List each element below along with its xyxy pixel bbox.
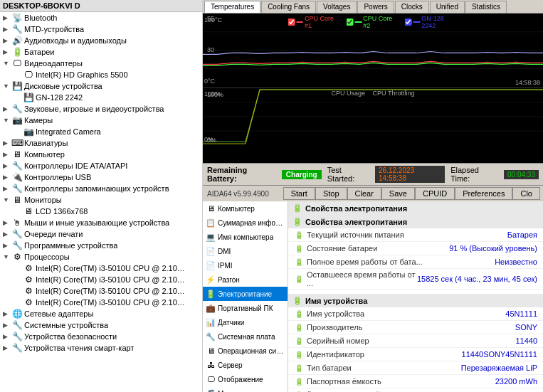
tree-item-security[interactable]: ▶🔧Устройства безопасности (0, 331, 202, 342)
tree-item-batteries[interactable]: ▶🔋Батареи (0, 46, 202, 58)
graph-tab-statistics[interactable]: Statistics (465, 1, 507, 13)
expand-icon-mtd: ▶ (3, 26, 11, 33)
aida-nav-display[interactable]: 🖵Отображение (203, 372, 288, 386)
aida-nav-icon-summary: 📋 (206, 218, 216, 228)
aida-nav-label-compname: Имя компьютера (218, 233, 273, 241)
prop-name-7: Серийный номер (307, 337, 452, 345)
aida-toolbar: AIDA64 v5.99.4900 StartStopClearSaveCPUI… (203, 185, 543, 201)
tree-item-usb[interactable]: ▶🔌Контроллеры USB (0, 171, 202, 183)
toolbar-btn-preferences[interactable]: Preferences (455, 187, 512, 200)
aida-nav-multimedia[interactable]: 🎵Мультимедиа (203, 386, 288, 392)
prop-row-10: 🔋Паспортная ёмкость23200 mWh (288, 375, 543, 388)
prop-name-6: Производитель (307, 323, 452, 332)
tree-item-lcd[interactable]: 🖥LCD 1366x768 (0, 206, 202, 217)
aida-nav-dmi[interactable]: 📄DMI (203, 244, 288, 258)
tree-item-audio[interactable]: ▶🔊Аудиовходы и аудиовыходы (0, 35, 202, 46)
aida-nav-tree: 🖥Компьютер📋Суммарная информа...💻Имя комп… (203, 201, 288, 392)
device-label-intcam: Integrated Camera (34, 127, 101, 136)
toolbar-btn-save[interactable]: Save (381, 187, 415, 200)
tree-item-sysdev[interactable]: ▶🔧Системные устройства (0, 319, 202, 331)
prop-value-8: 11440SONY45N1111 (452, 350, 537, 359)
aida-nav-label-display: Отображение (218, 376, 263, 383)
tree-item-software[interactable]: ▶🔧Программные устройства (0, 240, 202, 251)
prop-name-5: Имя устройства (307, 309, 452, 318)
tree-item-sound[interactable]: ▶🔧Звуковые, игровые и видеоустройства (0, 103, 202, 115)
aida-nav-summary[interactable]: 📋Суммарная информа... (203, 216, 288, 230)
aida-nav-motherboard[interactable]: 🔧Системная плата (203, 329, 288, 344)
graph-tab-powers[interactable]: Powers (357, 1, 394, 13)
toolbar-btn-cpuid[interactable]: CPUID (415, 187, 455, 200)
right-panel: TemperaturesCooling FansVoltagesPowersCl… (203, 0, 543, 392)
aida-nav-compname[interactable]: 💻Имя компьютера (203, 230, 288, 244)
aida-nav-icon-sensors: 📊 (206, 317, 216, 327)
tree-item-mtd[interactable]: ▶🔧MTD-устройства (0, 23, 202, 35)
tree-item-ide[interactable]: ▶🔧Контроллеры IDE ATA/ATAPI (0, 160, 202, 171)
graph-tab-unified[interactable]: Unified (430, 1, 465, 13)
device-label-usb: Контроллеры USB (23, 173, 91, 181)
tree-item-disk[interactable]: ▼💾Дисковые устройства (0, 80, 202, 92)
toolbar-btn-stop[interactable]: Stop (315, 187, 347, 200)
tree-item-mice[interactable]: ▶🖱Мыши и иные указывающие устройства (0, 217, 202, 228)
device-icon-keyboards: ⌨ (11, 138, 23, 148)
graph-tab-voltages[interactable]: Voltages (317, 1, 357, 13)
tree-item-network[interactable]: ▶🌐Сетевые адаптеры (0, 308, 202, 319)
elapsed-label: Elapsed Time: (450, 166, 498, 183)
tree-item-cpu4[interactable]: ⚙Intel(R) Core(TM) i3-5010U CPU @ 2.10GH… (0, 297, 202, 308)
graph-tab-clocks[interactable]: Clocks (395, 1, 429, 13)
prop-name-2: Полное время работы от бата... (307, 258, 452, 266)
tree-item-cpu2[interactable]: ⚙Intel(R) Core(TM) i3-5010U CPU @ 2.10GH… (0, 274, 202, 285)
expand-icon-audio: ▶ (3, 37, 11, 44)
toolbar-btn-clo[interactable]: Clo (512, 187, 540, 200)
device-label-keyboards: Клавиатуры (23, 139, 68, 147)
prop-device-section: 🔋Имя устройства (288, 294, 543, 307)
tree-item-cpu1[interactable]: ⚙Intel(R) Core(TM) i3-5010U CPU @ 2.10GH… (0, 263, 202, 274)
device-icon-bluetooth: 📡 (11, 13, 23, 23)
prop-row-7: 🔋Серийный номер11440 (288, 334, 543, 348)
cpu-usage-graph: CPU Usage CPU Throttling 100% 0% 100% 0% (203, 88, 543, 145)
prop-icon-1: 🔋 (294, 243, 304, 253)
prop-row-6: 🔋ПроизводительSONY (288, 321, 543, 334)
aida-nav-overclock[interactable]: ⚡Разгон (203, 272, 288, 287)
tree-item-intel-hd[interactable]: 🖵Intel(R) HD Graphics 5500 (0, 69, 202, 80)
device-label-smartcard: Устройства чтения смарт-карт (23, 344, 134, 352)
device-label-cpu3: Intel(R) Core(TM) i3-5010U CPU @ 2.10GHz (34, 287, 191, 295)
device-icon-usb: 🔌 (11, 172, 23, 182)
prop-row-0: 🔋Текущий источник питанияБатарея (288, 228, 543, 242)
aida-nav-icon-multimedia: 🎵 (206, 388, 216, 392)
tree-item-bluetooth[interactable]: ▶📡Bluetooth (0, 12, 202, 23)
aida-nav-os[interactable]: 🖥Операционная система (203, 344, 288, 358)
aida-nav-ipmi[interactable]: 📄IPMI (203, 258, 288, 272)
tree-item-gn128[interactable]: 💾GN-128 2242 (0, 92, 202, 103)
aida-nav-computer[interactable]: 🖥Компьютер (203, 201, 288, 216)
tree-item-keyboards[interactable]: ▶⌨Клавиатуры (0, 137, 202, 149)
expand-icon-disk: ▼ (3, 83, 11, 90)
prop-value-2: Неизвестно (452, 258, 537, 266)
device-label-network: Сетевые адаптеры (23, 309, 93, 318)
toolbar-btn-start[interactable]: Start (283, 187, 315, 200)
device-label-intel-hd: Intel(R) HD Graphics 5500 (34, 70, 128, 79)
tree-item-computer[interactable]: ▶🖥Компьютер (0, 149, 202, 160)
tree-item-cpu[interactable]: ▼⚙Процессоры (0, 251, 202, 263)
tree-item-storage[interactable]: ▶🔧Контроллеры запоминающих устройств (0, 183, 202, 194)
tree-item-smartcard[interactable]: ▶🔧Устройства чтения смарт-карт (0, 342, 202, 354)
graph-tab-cooling-fans[interactable]: Cooling Fans (261, 1, 316, 13)
device-icon-disk: 💾 (11, 81, 23, 91)
tree-item-cameras[interactable]: ▼📷Камеры (0, 115, 202, 126)
graph-tab-temperatures[interactable]: Temperatures (204, 1, 260, 13)
aida-nav-laptop[interactable]: 💼Портативный ПК (203, 301, 288, 315)
tree-item-cpu3[interactable]: ⚙Intel(R) Core(TM) i3-5010U CPU @ 2.10GH… (0, 285, 202, 297)
aida-nav-icon-ipmi: 📄 (206, 260, 216, 270)
device-icon-smartcard: 🔧 (11, 343, 23, 353)
cpu-svg: 100% 0% (203, 88, 543, 145)
tree-item-intcam[interactable]: 📷Integrated Camera (0, 126, 202, 137)
device-label-monitors: Мониторы (23, 196, 62, 204)
aida-nav-sensors[interactable]: 📊Датчики (203, 315, 288, 329)
tree-item-monitors[interactable]: ▼🖥Мониторы (0, 194, 202, 206)
aida-nav-server[interactable]: 🖧Сервер (203, 358, 288, 372)
device-label-sysdev: Системные устройства (23, 321, 108, 329)
tree-item-video[interactable]: ▼🖵Видеоадаптеры (0, 58, 202, 69)
aida-nav-power[interactable]: 🔋Электропитание (203, 287, 288, 301)
toolbar-btn-clear[interactable]: Clear (347, 187, 381, 200)
device-label-printers: Очереди печати (23, 230, 83, 238)
tree-item-printers[interactable]: ▶🔧Очереди печати (0, 228, 202, 240)
